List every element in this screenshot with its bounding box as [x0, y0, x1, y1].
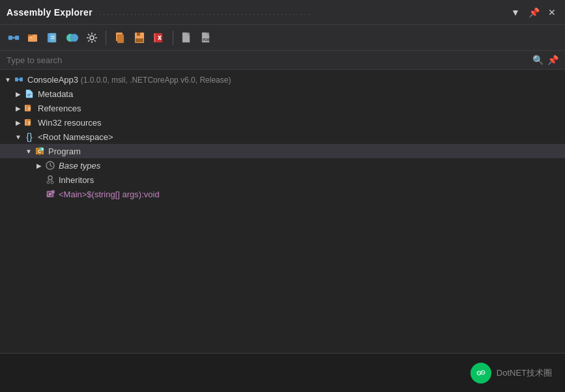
svg-point-12	[70, 34, 78, 42]
bottom-bar: DotNET技术圈	[0, 353, 565, 392]
wechat-logo	[471, 363, 491, 384]
metadata-label: Metadata	[38, 89, 73, 99]
svg-rect-0	[8, 36, 12, 40]
toolbar-sep-1	[106, 31, 106, 45]
search-pin-icon[interactable]: 📌	[547, 55, 558, 65]
toolbar: +	[0, 25, 565, 51]
pdb-icon[interactable]: PDB	[198, 29, 215, 46]
svg-rect-26	[15, 77, 18, 81]
svg-rect-32	[27, 105, 31, 111]
svg-rect-17	[137, 33, 140, 36]
class-icon: C ★	[34, 145, 46, 157]
title-bar: Assembly Explorer ......................…	[0, 0, 565, 25]
svg-point-51	[51, 181, 53, 184]
expand-win32[interactable]: ▶	[13, 117, 23, 128]
main-method-label: <Main>$(string[] args):void	[59, 189, 160, 199]
metadata-icon	[23, 88, 35, 100]
connect-assembly-icon[interactable]	[5, 29, 22, 46]
tree-program-node[interactable]: ▼ C ★ Program	[0, 144, 565, 158]
svg-text:+: +	[30, 35, 33, 40]
expand-metadata[interactable]: ▶	[13, 89, 23, 99]
title-bar-right: ▼ 📌 ✕	[509, 6, 558, 19]
inheritors-icon	[44, 174, 56, 186]
svg-point-60	[481, 371, 485, 374]
svg-point-50	[47, 181, 50, 184]
svg-line-48	[50, 165, 52, 167]
tree-main-method-node[interactable]: ▶ M <Main>$(string[] args):void	[0, 187, 565, 201]
search-magnifier-icon[interactable]: 🔍	[532, 55, 543, 65]
svg-point-62	[479, 372, 480, 373]
settings-icon[interactable]	[83, 29, 100, 46]
tree-references-node[interactable]: ▶ References	[0, 101, 565, 115]
references-icon	[23, 102, 35, 114]
open-assembly-icon[interactable]: +	[25, 29, 42, 46]
inheritors-label: Inheritors	[59, 175, 94, 185]
svg-text:M: M	[47, 194, 50, 198]
create-new-icon[interactable]	[179, 29, 196, 46]
save-code-icon[interactable]	[131, 29, 148, 46]
root-meta: (1.0.0.0, msil, .NETCoreApp v6.0, Releas…	[81, 76, 231, 85]
tree-win32-node[interactable]: ▶ Win32 resources	[0, 115, 565, 130]
search-bar: 🔍 📌	[0, 51, 565, 70]
pin-btn[interactable]: 📌	[527, 6, 540, 19]
svg-text:PDB: PDB	[203, 38, 210, 42]
svg-point-63	[482, 371, 482, 372]
base-types-label: Base types	[59, 161, 100, 171]
expand-program[interactable]: ▼	[23, 146, 34, 156]
method-icon: M	[44, 188, 56, 200]
expand-root[interactable]: ▼	[3, 74, 13, 85]
expand-method-spacer: ▶	[34, 189, 44, 199]
title-dots: ........................................…	[99, 8, 502, 16]
program-label: Program	[48, 147, 81, 156]
close-assembly-icon[interactable]	[151, 29, 167, 46]
search-input[interactable]	[7, 55, 529, 65]
tree-container: ▼ ConsoleApp3 (1.0.0.0, msil, .NETCoreAp…	[0, 70, 565, 353]
svg-rect-20	[156, 33, 162, 42]
svg-rect-15	[117, 35, 124, 43]
assembly-explorer-window: Assembly Explorer ......................…	[0, 0, 565, 392]
tree-inheritors-node[interactable]: ▶ Inheritors	[0, 173, 565, 187]
svg-point-61	[478, 372, 478, 372]
expand-namespace[interactable]: ▼	[13, 132, 23, 142]
win32-label: Win32 resources	[38, 118, 102, 128]
dropdown-btn[interactable]: ▼	[509, 6, 522, 19]
root-label: ConsoleApp3 (1.0.0.0, msil, .NETCoreApp …	[27, 75, 231, 85]
base-types-icon	[44, 160, 56, 171]
wechat-badge: DotNET技术圈	[471, 363, 552, 384]
svg-point-13	[90, 36, 94, 40]
wechat-text: DotNET技术圈	[497, 367, 552, 379]
references-label: References	[38, 104, 81, 113]
expand-inheritors-spacer: ▶	[34, 175, 44, 185]
svg-point-59	[477, 371, 481, 375]
assembly-list-icon[interactable]	[44, 29, 61, 46]
expand-base[interactable]: ▶	[34, 160, 44, 171]
namespace-icon: {}	[23, 131, 35, 143]
namespace-label: <Root Namespace>	[38, 132, 113, 142]
window-title: Assembly Explorer	[7, 7, 93, 18]
svg-point-49	[48, 176, 52, 180]
tree-metadata-node[interactable]: ▶ Metadata	[0, 87, 565, 101]
tree-root-node[interactable]: ▼ ConsoleApp3 (1.0.0.0, msil, .NETCoreAp…	[0, 72, 565, 87]
svg-rect-8	[50, 33, 56, 42]
svg-rect-1	[15, 36, 19, 40]
copy-code-icon[interactable]	[111, 29, 128, 46]
svg-rect-18	[136, 38, 143, 42]
decompile-icon[interactable]	[64, 29, 81, 46]
title-bar-left: Assembly Explorer	[7, 7, 93, 18]
tree-namespace-node[interactable]: ▼ {} <Root Namespace>	[0, 130, 565, 144]
svg-rect-27	[20, 77, 23, 81]
tree-base-types-node[interactable]: ▶ Base types	[0, 158, 565, 173]
toolbar-sep-2	[173, 31, 173, 45]
svg-point-64	[483, 372, 484, 372]
assembly-icon	[13, 74, 25, 85]
close-btn[interactable]: ✕	[545, 6, 558, 19]
svg-rect-58	[51, 190, 55, 193]
expand-references[interactable]: ▶	[13, 103, 23, 113]
svg-point-3	[13, 36, 15, 38]
svg-rect-37	[27, 119, 31, 126]
win32-icon	[23, 117, 35, 128]
